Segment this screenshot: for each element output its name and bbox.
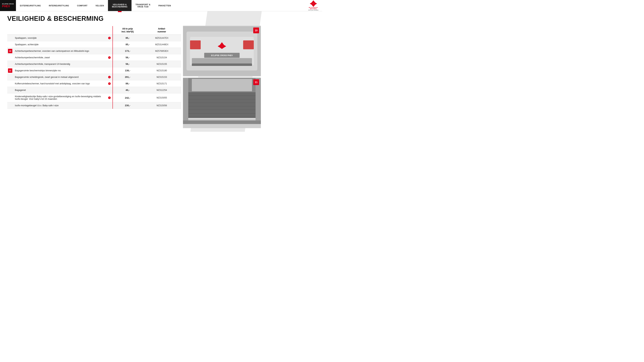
nav-velgen[interactable]: VELGEN bbox=[92, 0, 108, 11]
price-cell: 89,- bbox=[113, 80, 142, 87]
description-cell: Bagageruimte beschermstrips binnenzijde … bbox=[13, 67, 113, 74]
col-description-header bbox=[7, 26, 113, 35]
svg-rect-10 bbox=[190, 40, 201, 49]
badge-cell bbox=[7, 102, 13, 109]
brand-name: ECLIPSE CROSS bbox=[2, 3, 14, 5]
svg-rect-34 bbox=[183, 121, 261, 124]
price-cell: 40,- bbox=[113, 87, 142, 93]
description-cell: Spatlappen, voorzijdei bbox=[13, 35, 113, 41]
badge-cell bbox=[7, 61, 13, 67]
mitsubishi-sub-brand: MOTORS bbox=[310, 8, 317, 9]
artikel-cell: MZ531448EX bbox=[142, 41, 181, 48]
item-badge: 11 bbox=[8, 68, 12, 73]
description-text: Spatlappen, achterzijde bbox=[15, 43, 111, 46]
table-row: Kinderveiligheidszitje Baby-safe i-size-… bbox=[7, 93, 181, 102]
price-cell: 85,- bbox=[113, 35, 142, 41]
svg-rect-30 bbox=[183, 78, 188, 124]
artikel-cell: MZ531447EX bbox=[142, 35, 181, 41]
artikel-cell: MZ315180 bbox=[142, 67, 181, 74]
mitsubishi-diamond-icon bbox=[310, 0, 317, 7]
image-badge-10: 10 bbox=[253, 27, 259, 33]
description-text: Spatlappen, voorzijde bbox=[15, 37, 107, 39]
description-text: Isofix-montagebeugel t.b.v. Baby-safe i-… bbox=[15, 104, 111, 107]
table-row: Bagagenet40,-MZ312254 bbox=[7, 87, 181, 93]
badge-cell bbox=[7, 93, 13, 102]
car-image-10: 10 ECLIPSE CROSS PHEV bbox=[183, 26, 261, 76]
table-row: Kofferruimtebeschermer, hard kunststof m… bbox=[7, 80, 181, 87]
description-cell: Bagageruimte scheidingsrek, zwart gecoat… bbox=[13, 74, 113, 80]
price-cell: 291,- bbox=[113, 74, 142, 80]
price-cell: 230,- bbox=[113, 102, 142, 109]
table-row: Bagageruimte scheidingsrek, zwart gecoat… bbox=[7, 74, 181, 80]
car-image-11: 11 bbox=[183, 77, 261, 128]
table-row: 11Bagageruimte beschermstrips binnenzijd… bbox=[7, 67, 181, 74]
badge-cell bbox=[7, 87, 13, 93]
nav-transport[interactable]: TRANSPORT &VRIJE TIJD bbox=[132, 0, 154, 11]
info-icon[interactable]: i bbox=[108, 56, 111, 59]
col-artikel-header: Artikel-nummer bbox=[142, 26, 181, 35]
description-cell: Isofix-montagebeugel t.b.v. Baby-safe i-… bbox=[13, 102, 113, 109]
price-cell: 242,- bbox=[113, 93, 142, 102]
description-cell: Kofferruimtebeschermer, hard kunststof m… bbox=[13, 80, 113, 87]
table-row: Achterbumperbeschermfolie, transparant U… bbox=[7, 61, 181, 67]
price-cell: 85,- bbox=[113, 41, 142, 48]
info-icon[interactable]: i bbox=[108, 37, 111, 39]
badge-cell: 11 bbox=[7, 67, 13, 74]
mitsubishi-logo: MITSUBISHI MOTORS Drive your Ambition bbox=[305, 0, 322, 11]
badge-cell bbox=[7, 41, 13, 48]
svg-rect-7 bbox=[192, 58, 252, 63]
table-area: VEILIGHEID & BESCHERMING All-in prijsinc… bbox=[7, 15, 181, 128]
price-cell: 138,- bbox=[113, 67, 142, 74]
table-row: Spatlappen, voorzijdei85,-MZ531447EX bbox=[7, 35, 181, 41]
artikel-cell: MZ315056 bbox=[142, 102, 181, 109]
col-price-header: All-in prijsincl. btw*(€) bbox=[113, 26, 142, 35]
svg-rect-11 bbox=[243, 40, 254, 49]
artikel-cell: MZ315055 bbox=[142, 93, 181, 102]
svg-rect-12 bbox=[192, 63, 252, 66]
nav-comfort[interactable]: COMFORT bbox=[73, 0, 92, 11]
info-icon[interactable]: i bbox=[108, 96, 111, 99]
main-nav: EXTERIEURSTYLING INTERIEURSTYLING COMFOR… bbox=[16, 0, 305, 11]
info-icon[interactable]: i bbox=[108, 76, 111, 78]
artikel-cell: MZ315153 bbox=[142, 74, 181, 80]
mitsubishi-tagline: Drive your Ambition bbox=[308, 9, 318, 11]
nav-pakketten[interactable]: PAKKETTEN bbox=[154, 0, 175, 11]
description-text: Bagageruimte scheidingsrek, zwart gecoat… bbox=[15, 76, 107, 78]
header: ECLIPSE CROSS PHEV EXTERIEURSTYLING INTE… bbox=[0, 0, 322, 11]
description-text: Achterbumperbeschermfolie, zwart bbox=[15, 56, 107, 59]
table-row: Isofix-montagebeugel t.b.v. Baby-safe i-… bbox=[7, 102, 181, 109]
artikel-cell: MZ576853EX bbox=[142, 48, 181, 54]
images-area: 10 ECLIPSE CROSS PHEV bbox=[181, 15, 261, 128]
description-text: Kinderveiligheidszitje Baby-safe i-size-… bbox=[15, 95, 107, 100]
product-table: All-in prijsincl. btw*(€) Artikel-nummer… bbox=[7, 26, 181, 109]
badge-cell bbox=[7, 80, 13, 87]
artikel-cell: MZ315171 bbox=[142, 80, 181, 87]
description-text: Achterbumperbeschermfolie, transparant U… bbox=[15, 63, 111, 65]
description-cell: Bagagenet bbox=[13, 87, 113, 93]
description-text: Bagageruimte beschermstrips binnenzijde … bbox=[15, 69, 111, 72]
artikel-cell: MZ315155 bbox=[142, 61, 181, 67]
svg-rect-29 bbox=[188, 118, 256, 119]
description-cell: Achterbumperbeschermfolie, zwarti bbox=[13, 54, 113, 61]
nav-exterieurstyling[interactable]: EXTERIEURSTYLING bbox=[16, 0, 45, 11]
table-row: Spatlappen, achterzijde85,-MZ531448EX bbox=[7, 41, 181, 48]
badge-cell bbox=[7, 54, 13, 61]
svg-rect-33 bbox=[192, 79, 252, 91]
description-cell: Kinderveiligheidszitje Baby-safe i-size-… bbox=[13, 93, 113, 102]
price-cell: 56,- bbox=[113, 61, 142, 67]
price-cell: 173,- bbox=[113, 48, 142, 54]
price-cell: 56,- bbox=[113, 54, 142, 61]
svg-text:ECLIPSE CROSS PHEV: ECLIPSE CROSS PHEV bbox=[211, 54, 233, 56]
nav-veiligheid[interactable]: VEILIGHEID &BESCHERMING bbox=[108, 0, 132, 11]
badge-cell bbox=[7, 35, 13, 41]
logo-area: ECLIPSE CROSS PHEV bbox=[0, 0, 16, 11]
artikel-cell: MZ315154 bbox=[142, 54, 181, 61]
mitsubishi-brand: MITSUBISHI bbox=[309, 7, 318, 8]
description-cell: Achterbumperbeschermfolie, transparant U… bbox=[13, 61, 113, 67]
info-icon[interactable]: i bbox=[108, 82, 111, 85]
item-badge: 10 bbox=[8, 49, 12, 53]
nav-interieurstyling[interactable]: INTERIEURSTYLING bbox=[45, 0, 73, 11]
content-wrapper: VEILIGHEID & BESCHERMING All-in prijsinc… bbox=[0, 11, 322, 132]
main-content: VEILIGHEID & BESCHERMING All-in prijsinc… bbox=[0, 11, 322, 132]
car-photo-11 bbox=[183, 77, 261, 124]
